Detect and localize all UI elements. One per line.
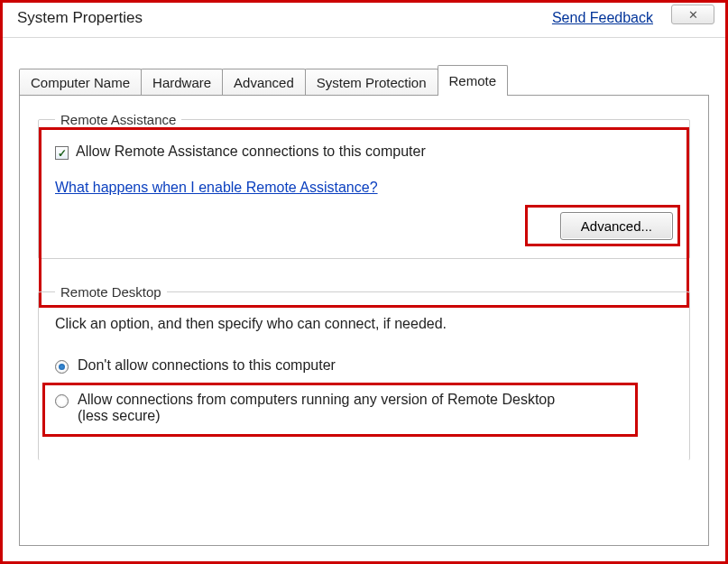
tab-panel-remote: Remote Assistance Allow Remote Assistanc…	[19, 95, 709, 546]
radio-allow-any-version[interactable]	[55, 394, 69, 408]
titlebar: System Properties Send Feedback ✕	[3, 3, 725, 38]
remote-assistance-group: Remote Assistance Allow Remote Assistanc…	[38, 112, 690, 259]
tab-advanced[interactable]: Advanced	[222, 69, 306, 96]
remote-desktop-legend: Remote Desktop	[55, 284, 167, 300]
close-button[interactable]: ✕	[671, 5, 714, 24]
tab-strip: Computer Name Hardware Advanced System P…	[19, 65, 709, 96]
tab-system-protection[interactable]: System Protection	[305, 69, 438, 96]
radio-dont-allow-label: Don't allow connections to this computer	[78, 357, 336, 374]
radio-allow-any-version-label: Allow connections from computers running…	[78, 392, 583, 424]
remote-assistance-help-link[interactable]: What happens when I enable Remote Assist…	[55, 180, 378, 196]
tab-computer-name[interactable]: Computer Name	[19, 69, 142, 96]
send-feedback-link[interactable]: Send Feedback	[552, 10, 653, 26]
window-title: System Properties	[17, 9, 143, 27]
tab-remote[interactable]: Remote	[438, 65, 509, 96]
remote-desktop-group: Remote Desktop Click an option, and then…	[38, 284, 690, 460]
advanced-button[interactable]: Advanced...	[560, 212, 673, 240]
close-icon: ✕	[688, 8, 698, 22]
tab-hardware[interactable]: Hardware	[141, 69, 223, 96]
allow-remote-assistance-label: Allow Remote Assistance connections to t…	[76, 143, 426, 160]
remote-assistance-legend: Remote Assistance	[55, 112, 181, 127]
radio-dont-allow[interactable]	[55, 360, 69, 374]
allow-remote-assistance-checkbox[interactable]	[55, 146, 69, 160]
remote-desktop-description: Click an option, and then specify who ca…	[55, 316, 673, 332]
